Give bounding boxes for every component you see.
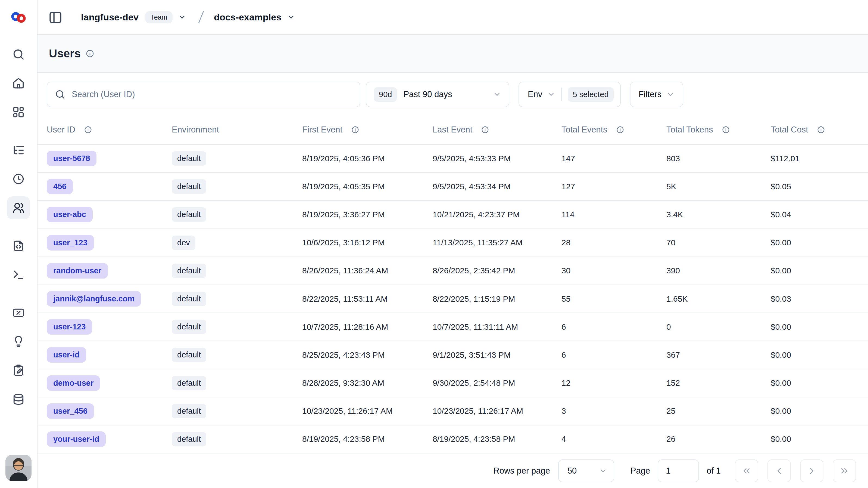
environment-cell: default [172, 151, 302, 166]
sidebar [0, 0, 37, 488]
user-id-cell: demo-user [47, 375, 172, 391]
table-row[interactable]: jannik@langfuse.com default 8/22/2025, 1… [37, 285, 868, 313]
file-code-icon[interactable] [7, 234, 30, 257]
table-row[interactable]: random-user default 8/26/2025, 11:36:24 … [37, 257, 868, 285]
info-icon[interactable] [722, 126, 730, 134]
total-cost-cell: $0.03 [771, 294, 868, 304]
users-icon[interactable] [7, 196, 30, 219]
search-icon[interactable] [7, 43, 30, 66]
environment-cell: default [172, 432, 302, 447]
table-row[interactable]: user_123 dev 10/6/2025, 3:16:12 PM 11/13… [37, 229, 868, 257]
list-tree-icon[interactable] [7, 139, 30, 162]
clock-icon[interactable] [7, 168, 30, 191]
percent-card-icon[interactable] [7, 302, 30, 324]
chevron-down-icon [493, 90, 501, 98]
table-row[interactable]: user-id default 8/25/2025, 4:23:43 PM 9/… [37, 341, 868, 369]
user-id-badge[interactable]: user-abc [47, 207, 93, 222]
user-id-badge[interactable]: user-123 [47, 319, 92, 335]
table-row[interactable]: demo-user default 8/28/2025, 9:32:30 AM … [37, 369, 868, 397]
info-icon[interactable] [351, 126, 359, 134]
user-id-badge[interactable]: random-user [47, 263, 108, 279]
column-header-environment[interactable]: Environment [172, 125, 302, 135]
last-event-cell: 9/1/2025, 3:51:43 PM [433, 350, 561, 360]
langfuse-logo[interactable] [0, 0, 37, 35]
project-name[interactable]: docs-examples [214, 12, 281, 23]
total-tokens-cell: 1.65K [666, 294, 771, 304]
user-id-badge[interactable]: your-user-id [47, 431, 106, 447]
user-id-badge[interactable]: jannik@langfuse.com [47, 291, 141, 307]
column-header-first-event[interactable]: First Event [302, 125, 433, 135]
lightbulb-icon[interactable] [7, 330, 30, 353]
user-id-cell: random-user [47, 263, 172, 279]
user-id-cell: user-abc [47, 207, 172, 222]
filters-button[interactable]: Filters [630, 82, 683, 107]
grid-icon[interactable] [7, 101, 30, 123]
terminal-icon[interactable] [7, 263, 30, 286]
filters-label: Filters [639, 89, 661, 99]
info-icon[interactable] [84, 126, 92, 134]
chevrons-right-icon [839, 466, 849, 476]
total-cost-cell: $0.00 [771, 266, 868, 275]
column-header-total-cost[interactable]: Total Cost [771, 125, 868, 135]
user-id-badge[interactable]: user_123 [47, 235, 94, 251]
page-title-info-icon[interactable] [86, 49, 94, 58]
environment-cell: default [172, 376, 302, 390]
table-row[interactable]: user-5678 default 8/19/2025, 4:05:36 PM … [37, 144, 868, 172]
project-switcher-chevron-down-icon[interactable] [287, 13, 295, 21]
user-id-badge[interactable]: user-5678 [47, 151, 96, 166]
column-header-total-events[interactable]: Total Events [561, 125, 666, 135]
last-event-cell: 10/21/2025, 4:23:37 PM [433, 210, 561, 219]
user-id-badge[interactable]: demo-user [47, 375, 100, 391]
first-event-cell: 8/19/2025, 4:05:35 PM [302, 182, 433, 191]
user-avatar[interactable] [5, 455, 32, 481]
database-icon[interactable] [7, 388, 30, 411]
environment-badge: default [172, 264, 206, 278]
rows-per-page-label: Rows per page [493, 466, 550, 476]
page-number-input[interactable] [658, 459, 699, 482]
total-events-cell: 127 [561, 182, 666, 191]
rows-per-page-select[interactable]: 50 [558, 459, 614, 482]
user-id-badge[interactable]: user_456 [47, 403, 94, 419]
info-icon[interactable] [481, 126, 489, 134]
divider [561, 88, 562, 101]
table-row[interactable]: 456 default 8/19/2025, 4:05:35 PM 9/5/20… [37, 172, 868, 200]
table-row[interactable]: your-user-id default 8/19/2025, 4:23:58 … [37, 425, 868, 453]
environment-badge: dev [172, 235, 195, 250]
first-event-cell: 8/19/2025, 4:23:58 PM [302, 434, 433, 444]
previous-page-button[interactable] [768, 459, 791, 482]
org-switcher-chevron-down-icon[interactable] [178, 13, 186, 21]
next-page-button[interactable] [800, 459, 824, 482]
clipboard-pen-icon[interactable] [7, 359, 30, 382]
info-icon[interactable] [616, 126, 624, 134]
last-event-cell: 10/23/2025, 11:26:17 AM [433, 406, 561, 415]
environment-badge: default [172, 376, 206, 390]
info-icon[interactable] [817, 126, 825, 134]
date-range-button[interactable]: 90d Past 90 days [366, 82, 509, 107]
total-events-cell: 30 [561, 266, 666, 275]
last-page-button[interactable] [833, 459, 856, 482]
last-event-cell: 9/5/2025, 4:53:33 PM [433, 154, 561, 163]
total-tokens-cell: 803 [666, 154, 771, 163]
user-id-cell: jannik@langfuse.com [47, 291, 172, 307]
column-header-last-event[interactable]: Last Event [433, 125, 561, 135]
table-row[interactable]: user-123 default 10/7/2025, 11:28:16 AM … [37, 313, 868, 341]
first-event-cell: 8/28/2025, 9:32:30 AM [302, 378, 433, 387]
home-icon[interactable] [7, 72, 30, 95]
user-id-cell: user_456 [47, 403, 172, 419]
sidebar-toggle-icon[interactable] [46, 8, 65, 26]
user-id-badge[interactable]: 456 [47, 179, 73, 194]
page-label: Page [630, 466, 650, 476]
table-row[interactable]: user-abc default 8/19/2025, 3:36:27 PM 1… [37, 200, 868, 228]
column-header-user-id[interactable]: User ID [47, 125, 172, 135]
total-events-cell: 6 [561, 322, 666, 332]
table-row[interactable]: user_456 default 10/23/2025, 11:26:17 AM… [37, 397, 868, 425]
search-input[interactable] [72, 89, 352, 99]
first-page-button[interactable] [735, 459, 758, 482]
total-tokens-cell: 367 [666, 350, 771, 360]
user-id-badge[interactable]: user-id [47, 347, 86, 363]
org-name[interactable]: langfuse-dev [81, 12, 138, 23]
environment-filter-button[interactable]: Env 5 selected [519, 82, 621, 107]
column-header-total-tokens[interactable]: Total Tokens [666, 125, 771, 135]
first-event-cell: 8/19/2025, 4:05:36 PM [302, 154, 433, 163]
environment-badge: default [172, 151, 206, 166]
